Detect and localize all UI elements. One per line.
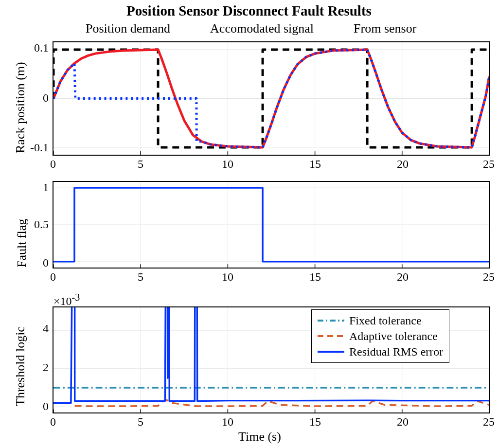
tick-x1-5: 25 [483, 158, 495, 171]
legend-label: Adaptive tolerance [349, 330, 438, 343]
tick-y1-2: 0.1 [34, 41, 49, 54]
tick-x2-0: 0 [50, 270, 56, 284]
legend-label: Fixed tolerance [349, 314, 422, 327]
legend-swatch-dashdot-teal [318, 319, 344, 322]
legend-swatch-dash-orange [318, 335, 344, 338]
tick-x3-3: 15 [309, 415, 321, 429]
plot-rack-position [53, 41, 490, 156]
legend-label: Position demand [86, 21, 170, 36]
tick-x2-1: 5 [138, 270, 143, 284]
tick-x1-2: 10 [222, 158, 233, 171]
tick-x1-0: 0 [50, 158, 56, 171]
tick-x1-1: 5 [138, 158, 143, 171]
legend-swatch-solid-blue [318, 350, 344, 353]
ylabel-rack: Rack position (m) [13, 46, 28, 153]
tick-y3-1: 2 [43, 361, 49, 374]
tick-x1-4: 20 [397, 158, 409, 171]
tick-y3-0: 0 [43, 400, 49, 413]
tick-x1-3: 15 [309, 158, 321, 171]
legend-label: Accomodated signal [210, 21, 314, 36]
exponent-label: ×10-3 [53, 292, 80, 308]
figure-title: Position Sensor Disconnect Fault Results [0, 3, 498, 19]
tick-y1-1: 0 [43, 91, 49, 105]
tick-y2-0: 0 [43, 256, 49, 269]
ylabel-fault: Fault flag [15, 195, 29, 268]
legend-item-sensor: From sensor [324, 21, 416, 36]
legend-item-adaptive: Adaptive tolerance [318, 328, 443, 344]
legend-top: Position demand Accomodated signal From … [56, 21, 416, 36]
legend-item-residual: Residual RMS error [318, 344, 443, 359]
legend-threshold: Fixed tolerance Adaptive tolerance Resid… [311, 309, 449, 363]
tick-y2-1: 0.5 [34, 218, 49, 231]
tick-x2-5: 25 [483, 270, 495, 284]
tick-x2-2: 10 [222, 270, 233, 284]
tick-x3-0: 0 [50, 415, 56, 429]
tick-x3-2: 10 [222, 415, 233, 429]
figure-container: Position Sensor Disconnect Fault Results… [0, 0, 498, 448]
legend-item-fixed: Fixed tolerance [318, 313, 443, 328]
tick-x2-4: 20 [397, 270, 409, 284]
legend-item-demand: Position demand [56, 21, 170, 36]
tick-y1-0: -0.1 [30, 141, 49, 154]
exp-sup: -3 [72, 292, 80, 303]
plot-fault-flag [53, 181, 490, 269]
tick-y3-2: 4 [43, 322, 49, 335]
legend-item-accom: Accomodated signal [181, 21, 314, 36]
tick-x2-3: 15 [309, 270, 321, 284]
exp-base: ×10 [53, 295, 72, 307]
legend-label: From sensor [354, 21, 416, 36]
xlabel-time: Time (s) [238, 430, 281, 444]
tick-x3-5: 25 [483, 415, 495, 429]
tick-x3-1: 5 [138, 415, 143, 429]
tick-y2-2: 1 [43, 181, 49, 194]
tick-x3-4: 20 [397, 415, 409, 429]
legend-label: Residual RMS error [349, 345, 443, 358]
ylabel-thresh: Threshold logic [13, 309, 28, 406]
